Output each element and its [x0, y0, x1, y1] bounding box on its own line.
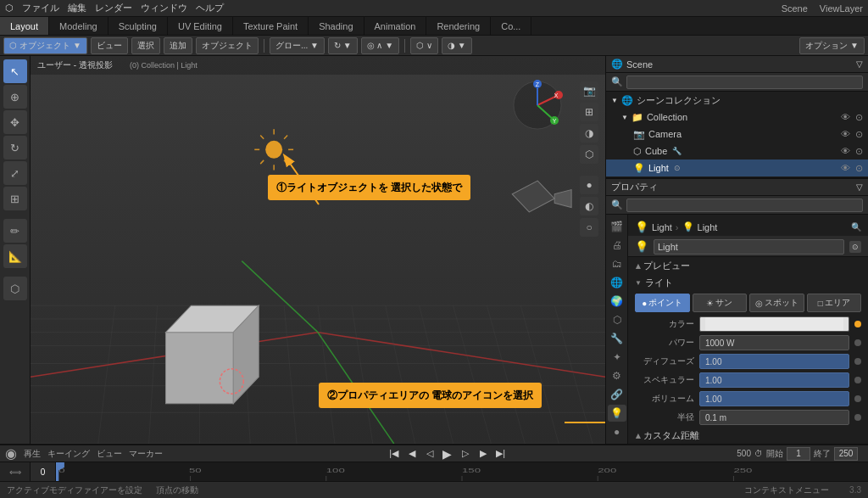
material-shading-icon[interactable]: ◐ — [580, 197, 598, 215]
radius-dot[interactable] — [854, 414, 861, 421]
prev-frame-btn[interactable]: ◀ — [404, 446, 420, 462]
light-name-options-btn[interactable]: ⊙ — [849, 241, 861, 253]
specular-dot[interactable] — [854, 377, 861, 383]
view-btn[interactable]: ビュー — [91, 37, 128, 54]
tab-layout[interactable]: Layout — [0, 17, 49, 35]
view-overlay-btn[interactable]: ⬡ ∨ — [410, 37, 438, 54]
color-value[interactable] — [699, 316, 849, 332]
tab-sculpting[interactable]: Sculpting — [108, 17, 168, 35]
power-dot[interactable] — [854, 339, 861, 346]
jump-start-btn[interactable]: |◀ — [387, 446, 402, 462]
spot-light-btn[interactable]: ◎ スポット — [749, 294, 804, 312]
radius-value[interactable]: 0.1 m — [699, 410, 849, 425]
sun-light-btn[interactable]: ☀ サン — [693, 294, 748, 312]
props-filter-icon[interactable]: ▽ — [856, 182, 863, 192]
solid-shading-icon[interactable]: ● — [580, 176, 598, 194]
tab-shading[interactable]: Shading — [309, 17, 364, 35]
navigation-gizmo[interactable]: X Y Z — [512, 80, 563, 132]
breadcrumb-item1[interactable]: Light — [652, 222, 672, 232]
global-btn[interactable]: グロー... ▼ — [270, 37, 325, 54]
view-label[interactable]: ビュー — [97, 448, 122, 460]
diffuse-value[interactable]: 1.00 — [699, 354, 849, 369]
camera-view-icon[interactable]: 📷 — [580, 81, 598, 100]
xray-icon[interactable]: ⬡ — [580, 145, 598, 164]
data-props-icon[interactable]: 💡 — [608, 405, 626, 422]
jump-end-btn[interactable]: ▶| — [493, 446, 509, 462]
start-frame-input[interactable] — [787, 447, 810, 461]
preview-section-header[interactable]: ▶ プレビュー — [628, 257, 868, 274]
outliner-scene-collection[interactable]: ▼ 🌐 シーンコレクション — [606, 92, 868, 109]
transform-tool-icon[interactable]: ⊞ — [3, 187, 27, 210]
tab-animation[interactable]: Animation — [364, 17, 427, 35]
camera-render-icon[interactable]: ⊙ — [855, 129, 863, 140]
render-shading-icon[interactable]: ○ — [580, 218, 598, 237]
breadcrumb-search-icon[interactable]: 🔍 — [851, 222, 861, 232]
light-section-header[interactable]: ▼ ライト — [628, 274, 868, 291]
camera-eye-icon[interactable]: 👁 — [841, 129, 850, 139]
tab-compositing[interactable]: Co... — [491, 17, 531, 35]
menu-window[interactable]: ウィンドウ — [141, 2, 187, 14]
light-eye-icon[interactable]: 👁 — [841, 163, 850, 173]
cube-eye-icon[interactable]: 👁 — [841, 146, 850, 156]
material-props-icon[interactable]: ● — [608, 423, 626, 440]
move-tool-icon[interactable]: ✥ — [3, 110, 27, 134]
volume-dot[interactable] — [854, 395, 861, 402]
outliner-collection[interactable]: ▼ 📁 Collection 👁 ⊙ — [606, 109, 868, 126]
play-btn[interactable]: ▶ — [440, 446, 455, 462]
overlay-icon[interactable]: ◑ — [580, 124, 598, 143]
cursor-tool-icon[interactable]: ⊕ — [3, 85, 27, 109]
prev-keyframe-btn[interactable]: ◁ — [422, 446, 437, 462]
next-keyframe-btn[interactable]: ▷ — [458, 446, 473, 462]
blender-logo[interactable]: ⬡ — [5, 3, 14, 14]
3d-viewport[interactable]: ユーザー - 透視投影 (0) Collection | Light — [31, 56, 605, 444]
light-name-input[interactable] — [654, 239, 844, 255]
constraints-props-icon[interactable]: 🔗 — [608, 386, 626, 403]
object-btn[interactable]: オブジェクト — [196, 37, 259, 54]
power-value[interactable]: 1000 W — [699, 335, 849, 350]
marker-label[interactable]: マーカー — [129, 448, 163, 460]
select-btn[interactable]: 選択 — [131, 37, 160, 54]
select-tool-icon[interactable]: ↖ — [3, 59, 27, 83]
eye-icon[interactable]: 👁 — [841, 112, 850, 122]
grid-view-icon[interactable]: ⊞ — [580, 103, 598, 121]
area-light-btn[interactable]: □ エリア — [807, 294, 862, 312]
menu-render[interactable]: レンダー — [95, 2, 132, 14]
breadcrumb-item2[interactable]: Light — [698, 222, 718, 232]
outliner-cube[interactable]: ⬡ Cube 🔧 👁 ⊙ — [606, 143, 868, 159]
options-btn[interactable]: オプション ▼ — [799, 37, 865, 54]
world-props-icon[interactable]: 🌍 — [608, 293, 626, 310]
custom-distance-header[interactable]: ▶ カスタム距離 — [628, 427, 868, 444]
tab-uv-editing[interactable]: UV Editing — [168, 17, 233, 35]
proportional-btn[interactable]: ◎ ∧ ▼ — [361, 37, 399, 54]
annotate-tool-icon[interactable]: ✏ — [3, 219, 27, 243]
menu-edit[interactable]: 編集 — [68, 2, 86, 14]
tab-texture-paint[interactable]: Texture Paint — [233, 17, 309, 35]
particles-props-icon[interactable]: ✦ — [608, 349, 626, 366]
light-render-icon[interactable]: ⊙ — [855, 163, 863, 174]
cube-render-icon[interactable]: ⊙ — [855, 146, 863, 157]
diffuse-dot[interactable] — [854, 358, 861, 365]
object-mode-btn[interactable]: ⬡ オブジェクト ▼ — [3, 37, 87, 54]
add-cube-icon[interactable]: ⬡ — [3, 277, 27, 300]
timeline-scrubber[interactable]: 0 50 100 150 200 250 — [56, 462, 868, 481]
point-light-btn[interactable]: ● ポイント — [635, 294, 690, 312]
outliner-search-input[interactable] — [626, 76, 863, 89]
scene-props-icon[interactable]: 🌐 — [608, 274, 626, 291]
keying-label[interactable]: キーイング — [47, 448, 90, 460]
playback-label[interactable]: 再生 — [24, 448, 41, 460]
outliner-camera[interactable]: 📷 Camera 👁 ⊙ — [606, 126, 868, 143]
tab-rendering[interactable]: Rendering — [426, 17, 491, 35]
view-layer-props-icon[interactable]: 🗂 — [608, 255, 626, 272]
next-frame-btn[interactable]: ▶ — [476, 446, 491, 462]
specular-value[interactable]: 1.00 — [699, 372, 849, 388]
output-props-icon[interactable]: 🖨 — [608, 237, 626, 254]
shading-btn[interactable]: ◑ ▼ — [442, 37, 472, 54]
color-dot[interactable] — [854, 321, 861, 327]
modifier-props-icon[interactable]: 🔧 — [608, 330, 626, 347]
add-btn[interactable]: 追加 — [164, 37, 192, 54]
timeline-expand-icon[interactable]: ◉ — [5, 445, 17, 462]
filter-icon[interactable]: ▽ — [856, 59, 863, 69]
menu-file[interactable]: ファイル — [22, 2, 59, 14]
render-props-icon[interactable]: 🎬 — [608, 218, 626, 235]
physics-props-icon[interactable]: ⚙ — [608, 367, 626, 384]
